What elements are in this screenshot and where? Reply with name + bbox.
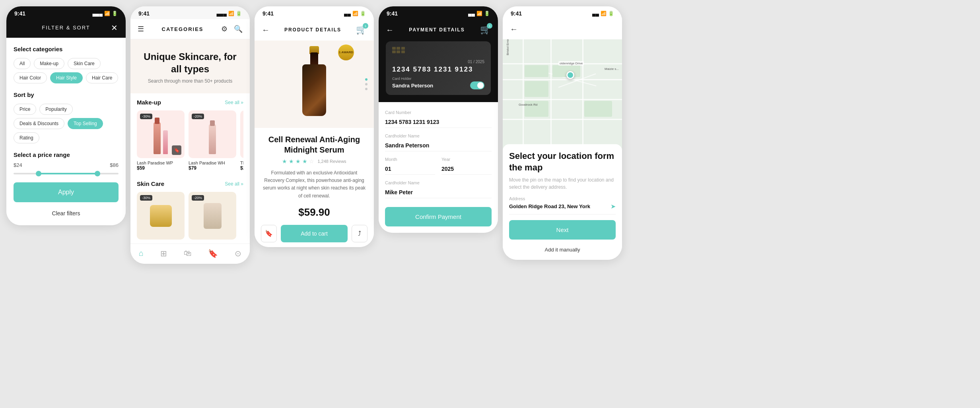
slider-thumb-left[interactable]	[36, 171, 41, 176]
year-label: Year	[441, 157, 492, 162]
product-img-3[interactable]	[240, 110, 243, 158]
price-slider-track[interactable]	[14, 173, 119, 174]
status-icons-5: ▄▄ 📶 🔋	[592, 11, 614, 16]
product-image-area: 1 AWARD	[255, 41, 374, 128]
cat-tag-hairstyle[interactable]: Hair Style	[50, 72, 83, 83]
search-icon[interactable]: 🔍	[234, 25, 243, 33]
nav-bookmark[interactable]: 🔖	[208, 249, 218, 258]
discount-badge-2: -20%	[192, 114, 204, 119]
slider-fill	[39, 173, 97, 174]
product-name-3: Th...	[240, 160, 243, 165]
add-manually-button[interactable]: Add it manually	[509, 244, 616, 255]
month-value[interactable]: 01	[385, 163, 435, 175]
makeup-see-all[interactable]: See all »	[225, 100, 243, 105]
next-button[interactable]: Next	[509, 220, 616, 240]
discount-badge-1: -30%	[140, 114, 152, 119]
apply-button[interactable]: Apply	[14, 182, 119, 202]
cat-tag-haircare[interactable]: Hair Care	[86, 72, 118, 83]
month-label: Month	[385, 157, 435, 162]
sort-deals[interactable]: Deals & Discounts	[14, 118, 64, 129]
sort-tags: Price Popularity Deals & Discounts Top S…	[14, 104, 119, 143]
screen-categories: 9:41 ▄▄▄ 📶 🔋 ☰ CATEGORIES ⚙ 🔍 Unique Ski…	[130, 6, 250, 264]
cardholder-name-field: Cardholder Name Sandra Peterson	[385, 133, 492, 151]
makeup-section: Make-up See all » -30% 🔖	[130, 93, 250, 175]
price-min: $24	[14, 162, 22, 168]
menu-icon[interactable]: ☰	[138, 25, 144, 33]
product-name-2: Lash Paradise WH	[189, 160, 236, 165]
bookmark-icon-1[interactable]: 🔖	[172, 145, 181, 155]
star-3: ★	[296, 158, 301, 164]
sort-topselling[interactable]: Top Selling	[68, 118, 103, 129]
credit-card: 01 / 2025 1234 5783 1231 9123 Card Holde…	[386, 41, 491, 95]
close-button[interactable]: ✕	[111, 23, 118, 33]
status-time-3: 9:41	[262, 10, 274, 17]
product-name-1: Lash Paradise WP	[137, 160, 185, 165]
skincare-see-all[interactable]: See all »	[225, 181, 243, 187]
location-arrow-icon[interactable]: ➤	[611, 203, 616, 210]
skincare-badge-2: -20%	[192, 195, 204, 201]
skincare-products: -30% -20%	[137, 192, 243, 240]
categories-header: ☰ CATEGORIES ⚙ 🔍	[130, 19, 250, 39]
bookmark-button[interactable]: 🔖	[261, 225, 277, 242]
signal-icon-2: ▄▄▄	[216, 11, 227, 16]
cart-button[interactable]: 🛒 1	[356, 25, 367, 35]
star-2: ★	[289, 158, 294, 164]
share-button[interactable]: ⤴	[352, 225, 368, 242]
cardholder2-value[interactable]: Mike Peter	[385, 187, 492, 198]
makeup-title: Make-up	[137, 99, 161, 106]
nav-bag[interactable]: 🛍	[184, 249, 192, 258]
skincare-img-1[interactable]: -30%	[137, 192, 185, 240]
nav-settings[interactable]: ⊙	[235, 249, 241, 258]
wifi-icon-2: 📶	[228, 11, 234, 16]
cat-tag-haircolor[interactable]: Hair Color	[14, 72, 47, 83]
road-h-2	[503, 79, 622, 80]
address-value: Golden Ridge Road 23, New York	[509, 203, 590, 209]
cardholder-name-value[interactable]: Sandra Peterson	[385, 140, 492, 151]
sort-rating[interactable]: Rating	[14, 132, 39, 143]
cat-tag-makeup[interactable]: Make-up	[34, 58, 64, 69]
address-row: Golden Ridge Road 23, New York ➤	[509, 203, 616, 215]
product-img-1[interactable]: -30% 🔖	[137, 110, 185, 158]
skincare-img-2[interactable]: -20%	[189, 192, 236, 240]
makeup-products: -30% 🔖 Lash Paradise WP $59	[137, 110, 243, 171]
status-bar-4: 9:41 ▄▄ 📶 🔋	[379, 6, 498, 19]
makeup-header: Make-up See all »	[137, 99, 243, 106]
clear-filters-button[interactable]: Clear filters	[14, 208, 119, 219]
confirm-payment-button[interactable]: Confirm Payment	[385, 207, 492, 226]
product-img-2[interactable]: -20%	[189, 110, 236, 158]
road-v-3	[582, 39, 583, 151]
add-to-cart-button[interactable]: Add to cart	[281, 225, 348, 242]
sort-section-title: Sort by	[14, 91, 119, 98]
screen-filter-sort: 9:41 ▄▄▄ 📶 🔋 FILTER & SORT ✕ Select cate…	[6, 6, 126, 225]
product-body: 1 AWARD Cell Renewal Anti-Aging Midnight…	[255, 41, 374, 247]
nav-home[interactable]: ⌂	[139, 249, 144, 258]
sort-popularity[interactable]: Popularity	[39, 104, 72, 115]
sort-price[interactable]: Price	[14, 104, 36, 115]
year-value[interactable]: 2025	[441, 163, 492, 175]
nav-grid[interactable]: ⊞	[160, 249, 167, 258]
cat-tag-all[interactable]: All	[14, 58, 31, 69]
status-bar-3: 9:41 ▄▄ 📶 🔋	[255, 6, 374, 19]
cat-tag-skincare[interactable]: Skin Care	[68, 58, 101, 69]
map-bottom: Select your location form the map Move t…	[503, 144, 622, 260]
map-back-button[interactable]: ←	[510, 25, 518, 34]
status-time-1: 9:41	[14, 10, 25, 17]
product-header: ← PRODUCT DETAILS 🛒 1	[255, 19, 374, 41]
slider-thumb-right[interactable]	[95, 171, 100, 176]
review-count: 1,248 Reviews	[317, 159, 346, 164]
categories-title: CATEGORIES	[162, 26, 204, 32]
map-area[interactable]: oldenridge Drive Goodrock Rd Bristol Ern…	[503, 39, 622, 151]
product-dots	[365, 78, 368, 90]
price-range-values: $24 $86	[14, 162, 119, 168]
card-toggle[interactable]	[470, 81, 484, 89]
wifi-icon-1: 📶	[104, 11, 110, 16]
payment-back-button[interactable]: ←	[386, 25, 394, 35]
block-3	[525, 81, 548, 97]
map-section-title: Select your location form the map	[509, 151, 616, 173]
card-number-value[interactable]: 1234 5783 1231 9123	[385, 116, 492, 128]
card-holder-label: Card Holder	[392, 77, 484, 81]
payment-cart-button[interactable]: 🛒 1	[480, 25, 491, 35]
back-button[interactable]: ←	[262, 25, 270, 35]
map-pin[interactable]	[566, 71, 574, 79]
filter-icon[interactable]: ⚙	[221, 25, 228, 33]
